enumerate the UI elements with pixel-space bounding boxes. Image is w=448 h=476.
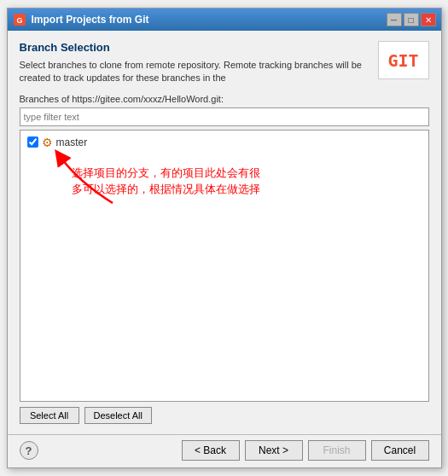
maximize-button[interactable]: □ (404, 13, 419, 26)
svg-text:G: G (16, 16, 22, 25)
header-section: Branch Selection Select branches to clon… (20, 41, 429, 85)
branch-checkbox[interactable] (27, 136, 38, 148)
git-logo-text: GIT (387, 50, 418, 71)
header-description: Select branches to clone from remote rep… (20, 59, 369, 85)
minimize-button[interactable]: ─ (387, 13, 402, 26)
filter-input[interactable] (20, 107, 429, 126)
main-window: G Import Projects from Git ─ □ ✕ Branch … (7, 8, 442, 468)
section-title: Branch Selection (20, 41, 369, 54)
window-icon: G (13, 13, 26, 26)
next-button[interactable]: Next > (245, 440, 303, 461)
close-button[interactable]: ✕ (421, 13, 436, 26)
help-button[interactable]: ? (20, 441, 38, 460)
title-bar: G Import Projects from Git ─ □ ✕ (8, 9, 441, 31)
branch-icon: ⚙ (42, 136, 53, 149)
deselect-all-button[interactable]: Deselect All (84, 407, 152, 424)
git-logo: GIT (378, 41, 429, 79)
back-button[interactable]: < Back (182, 440, 240, 461)
select-all-button[interactable]: Select All (20, 407, 79, 424)
list-item: ⚙ master (24, 134, 425, 151)
url-label: Branches of https://gitee.com/xxxz/Hello… (20, 94, 429, 104)
dialog-content: Branch Selection Select branches to clon… (8, 31, 441, 434)
header-text: Branch Selection Select branches to clon… (20, 41, 369, 85)
branch-list[interactable]: ⚙ master 选择项目的分支，有的项目此处会有很 多可以选择的，根据情况具体 (20, 130, 429, 402)
annotation-text: 选择项目的分支，有的项目此处会有很 多可以选择的，根据情况具体在做选择 (72, 165, 260, 198)
finish-button[interactable]: Finish (308, 440, 366, 461)
window-title: Import Projects from Git (32, 14, 387, 26)
window-controls: ─ □ ✕ (387, 13, 436, 26)
branch-name: master (56, 136, 88, 148)
cancel-button[interactable]: Cancel (371, 440, 429, 461)
selection-buttons: Select All Deselect All (20, 407, 429, 424)
dialog-footer: ? < Back Next > Finish Cancel (8, 434, 441, 467)
